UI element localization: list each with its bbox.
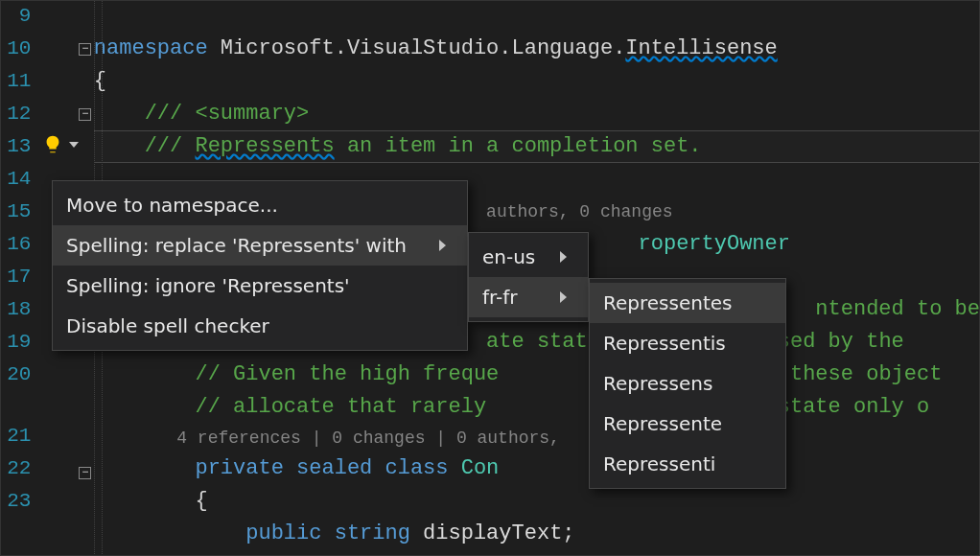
menu-item[interactable]: Disable spell checker	[53, 306, 467, 346]
fold-toggle[interactable]: −	[79, 43, 91, 56]
code-line: /// Repressents an item in a completion …	[94, 130, 980, 163]
lightbulb-quickfix[interactable]	[42, 134, 79, 155]
code-line: {	[94, 65, 980, 98]
suggestion-submenu: RepressentesRepressentisRepressensRepres…	[589, 278, 786, 489]
fold-toggle[interactable]: −	[79, 467, 91, 479]
menu-item[interactable]: Repressentis	[590, 323, 785, 363]
chevron-right-icon	[439, 240, 446, 251]
menu-item[interactable]: Repressenti	[590, 444, 785, 484]
quickfix-menu: Move to namespace...Spelling: replace 'R…	[52, 180, 468, 351]
codelens[interactable]: 4 references | 0 changes | 0 authors,	[94, 424, 980, 452]
chevron-right-icon	[560, 251, 567, 263]
menu-item[interactable]: en-us	[469, 237, 588, 277]
chevron-right-icon	[560, 291, 567, 303]
code-line: // Given the high freque h these object	[94, 359, 980, 391]
code-line: namespace Microsoft.VisualStudio.Languag…	[94, 33, 980, 65]
code-line: public string displayText;	[94, 518, 980, 550]
menu-item[interactable]: Repressente	[590, 404, 785, 444]
language-submenu: en-usfr-fr	[468, 232, 589, 322]
fold-toggle[interactable]: −	[79, 108, 91, 121]
menu-item[interactable]: Move to namespace...	[53, 185, 467, 225]
codelens[interactable]: authors, 0 changes	[486, 202, 672, 221]
menu-item[interactable]: Repressens	[590, 363, 785, 404]
code-line: private sealed class Con	[94, 452, 980, 485]
lightbulb-icon	[42, 134, 63, 155]
code-line: /// <summary>	[94, 98, 980, 130]
line-number-gutter: 91011121314151617181920212223	[0, 0, 40, 556]
code-line: // allocate that rarely state only o	[94, 391, 980, 424]
menu-item[interactable]: Repressentes	[590, 283, 785, 323]
menu-item[interactable]: Spelling: ignore 'Repressents'	[53, 266, 467, 306]
menu-item[interactable]: Spelling: replace 'Repressents' with	[53, 225, 467, 266]
menu-item[interactable]: fr-fr	[469, 277, 588, 317]
code-line	[94, 0, 980, 33]
code-line: {	[94, 485, 980, 518]
